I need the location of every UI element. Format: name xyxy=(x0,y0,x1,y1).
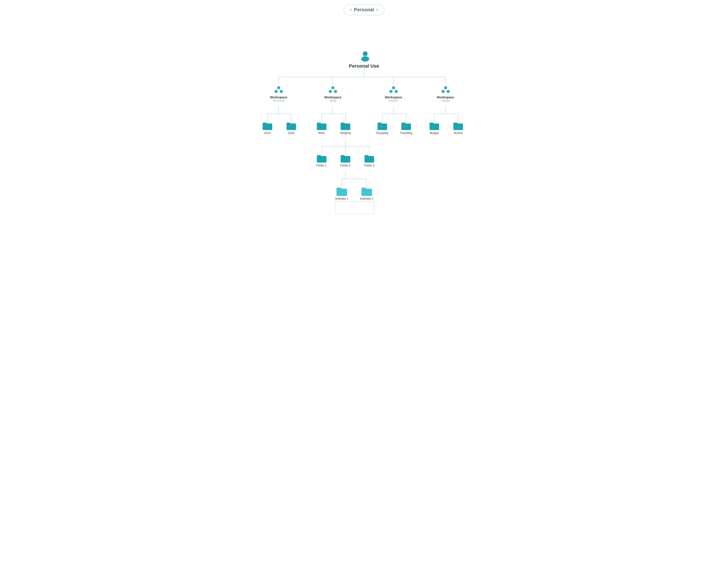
svg-rect-56 xyxy=(336,190,347,196)
folder-studying[interactable]: Studying xyxy=(335,121,356,135)
folder-3[interactable]: Folder 3 xyxy=(359,154,380,167)
workspace-family[interactable]: Workspace Family xyxy=(435,85,456,102)
folder-shopping[interactable]: Shopping xyxy=(372,121,393,135)
personal-pill[interactable]: Personal xyxy=(344,4,384,15)
svg-point-38 xyxy=(334,90,337,93)
svg-point-42 xyxy=(444,86,447,89)
workspace-family-icon xyxy=(440,85,451,95)
svg-point-35 xyxy=(280,90,283,93)
folder-1[interactable]: Folder 1 xyxy=(311,154,332,167)
root-node xyxy=(359,50,372,62)
svg-point-34 xyxy=(275,90,278,93)
svg-rect-57 xyxy=(361,190,372,196)
add-placeholder[interactable] xyxy=(335,201,375,214)
workspace-personal-icon xyxy=(273,85,284,95)
folder-travelling[interactable]: Travelling xyxy=(396,121,417,135)
user-icon xyxy=(359,50,371,62)
workspace-archive-icon xyxy=(388,85,399,95)
subfolder-2-icon xyxy=(361,186,372,196)
folder-1-icon xyxy=(316,154,327,163)
svg-point-44 xyxy=(447,90,450,93)
folder-studying-icon xyxy=(340,121,351,131)
folder-2[interactable]: Folder 2 xyxy=(335,154,356,167)
svg-rect-53 xyxy=(317,157,326,163)
svg-point-36 xyxy=(331,86,334,89)
folder-2019-icon xyxy=(262,121,273,131)
folder-budget-icon xyxy=(429,121,440,131)
workspace-work[interactable]: Workspace Work xyxy=(322,85,344,102)
svg-point-41 xyxy=(395,90,398,93)
svg-point-43 xyxy=(442,90,445,93)
folder-2019[interactable]: 2019 xyxy=(257,121,278,135)
folder-2-icon xyxy=(340,154,351,163)
svg-point-37 xyxy=(329,90,332,93)
subfolder-1-icon xyxy=(336,186,347,196)
folder-school-icon xyxy=(453,121,463,131)
svg-point-39 xyxy=(392,86,395,89)
folder-2020[interactable]: 2020 xyxy=(281,121,302,135)
folder-work[interactable]: Work xyxy=(311,121,332,135)
workspace-work-icon xyxy=(327,85,338,95)
svg-point-32 xyxy=(361,56,369,62)
svg-rect-54 xyxy=(341,157,350,163)
svg-rect-51 xyxy=(429,124,439,130)
svg-rect-49 xyxy=(378,124,387,130)
svg-rect-45 xyxy=(263,124,272,130)
root-label: Personal Use xyxy=(338,63,390,69)
folder-shopping-icon xyxy=(377,121,388,131)
subfolder-1[interactable]: Subfolder 1 xyxy=(330,186,353,200)
workspace-personal[interactable]: Workspace Personal xyxy=(268,85,289,102)
svg-rect-52 xyxy=(453,124,463,130)
folder-2020-icon xyxy=(286,121,297,131)
tree-container: Personal Use Workspace Personal Workspac… xyxy=(245,28,483,206)
folder-school[interactable]: School xyxy=(448,121,469,135)
svg-rect-46 xyxy=(286,124,296,130)
subfolder-2[interactable]: Subfolder 2 xyxy=(355,186,378,200)
pill-label: Personal xyxy=(354,7,374,13)
folder-budget[interactable]: Budget xyxy=(424,121,445,135)
pill-right-dot xyxy=(376,9,378,10)
svg-point-31 xyxy=(363,51,368,56)
svg-rect-48 xyxy=(341,124,350,130)
pill-left-dot xyxy=(350,9,352,10)
folder-work-icon xyxy=(316,121,327,131)
svg-rect-50 xyxy=(401,124,411,130)
folder-travelling-icon xyxy=(401,121,412,131)
svg-point-33 xyxy=(277,86,280,89)
svg-point-40 xyxy=(390,90,393,93)
workspace-archive[interactable]: Workspace Archive xyxy=(383,85,404,102)
folder-3-icon xyxy=(364,154,375,163)
svg-rect-55 xyxy=(365,157,374,163)
svg-rect-47 xyxy=(317,124,326,130)
